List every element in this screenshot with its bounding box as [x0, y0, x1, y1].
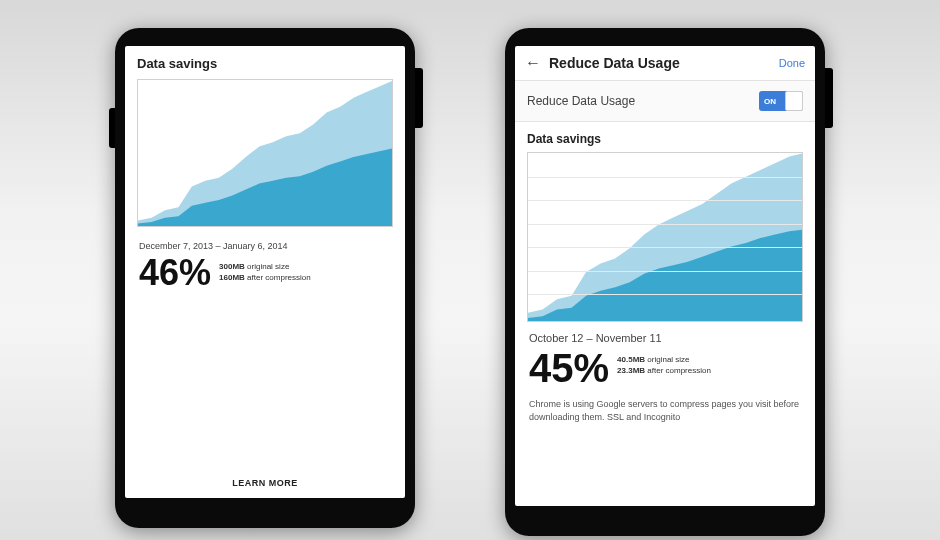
date-range: October 12 – November 11 — [529, 332, 801, 344]
reduce-data-toggle[interactable]: ON — [759, 91, 803, 111]
original-size-value: 300MB — [219, 262, 245, 271]
phone-left: Data savings December 7, 2013 – January … — [115, 28, 415, 536]
grid-line — [528, 224, 802, 225]
savings-percent: 46% — [139, 255, 211, 291]
toggle-knob — [785, 91, 803, 111]
learn-more-button[interactable]: LEARN MORE — [125, 478, 405, 488]
grid-line — [528, 200, 802, 201]
page-title: Data savings — [125, 46, 405, 79]
grid-line — [528, 271, 802, 272]
grid-line — [528, 247, 802, 248]
original-size-value: 40.5MB — [617, 355, 645, 364]
toggle-on-text: ON — [759, 97, 776, 106]
after-compression-value: 160MB — [219, 273, 245, 282]
original-size-label: original size — [247, 262, 289, 271]
data-savings-chart — [137, 79, 393, 227]
chart-svg — [528, 153, 803, 322]
savings-breakdown: 40.5MB original size 23.3MB after compre… — [617, 348, 711, 376]
chart-svg — [138, 80, 393, 227]
after-compression-value: 23.3MB — [617, 366, 645, 375]
toggle-label: Reduce Data Usage — [527, 94, 635, 108]
phone-right: ← Reduce Data Usage Done Reduce Data Usa… — [505, 28, 825, 536]
screen-right: ← Reduce Data Usage Done Reduce Data Usa… — [515, 46, 815, 506]
page-title: Reduce Data Usage — [549, 55, 771, 71]
phone-frame: ← Reduce Data Usage Done Reduce Data Usa… — [505, 28, 825, 536]
grid-line — [528, 177, 802, 178]
section-label: Data savings — [515, 122, 815, 152]
date-range: December 7, 2013 – January 6, 2014 — [139, 241, 391, 251]
back-arrow-icon[interactable]: ← — [525, 54, 541, 72]
chart-summary: October 12 – November 11 45% 40.5MB orig… — [515, 322, 815, 388]
header-bar: ← Reduce Data Usage Done — [515, 46, 815, 81]
chart-summary: December 7, 2013 – January 6, 2014 46% 3… — [125, 227, 405, 291]
after-compression-label: after compression — [247, 273, 311, 282]
after-compression-label: after compression — [647, 366, 711, 375]
savings-percent: 45% — [529, 348, 609, 388]
data-savings-chart — [527, 152, 803, 322]
done-button[interactable]: Done — [779, 57, 805, 69]
phone-button — [825, 68, 833, 128]
description-text: Chrome is using Google servers to compre… — [515, 388, 815, 423]
screen-left: Data savings December 7, 2013 – January … — [125, 46, 405, 498]
original-size-label: original size — [647, 355, 689, 364]
reduce-data-usage-row[interactable]: Reduce Data Usage ON — [515, 81, 815, 122]
grid-line — [528, 294, 802, 295]
phone-button — [415, 68, 423, 128]
phone-frame: Data savings December 7, 2013 – January … — [115, 28, 415, 528]
savings-breakdown: 300MB original size 160MB after compress… — [219, 255, 311, 283]
